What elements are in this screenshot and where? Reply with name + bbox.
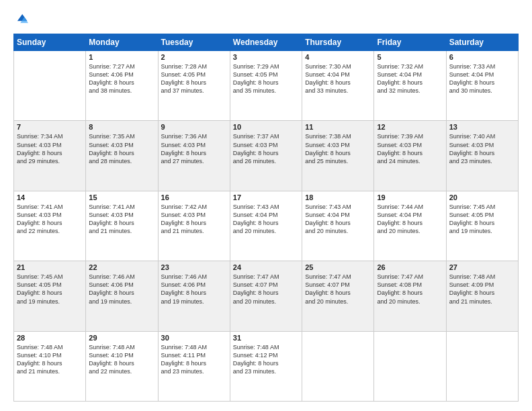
calendar-cell: 5Sunrise: 7:32 AM Sunset: 4:04 PM Daylig… [374, 51, 446, 121]
calendar-week-row: 21Sunrise: 7:45 AM Sunset: 4:05 PM Dayli… [14, 261, 519, 331]
calendar-cell [302, 331, 374, 401]
weekday-header-monday: Monday [86, 34, 158, 51]
day-info: Sunrise: 7:36 AM Sunset: 4:03 PM Dayligh… [161, 132, 227, 165]
day-number: 1 [89, 53, 154, 61]
day-info: Sunrise: 7:40 AM Sunset: 4:03 PM Dayligh… [449, 132, 515, 165]
day-info: Sunrise: 7:38 AM Sunset: 4:03 PM Dayligh… [305, 132, 371, 165]
day-number: 29 [89, 334, 154, 342]
day-info: Sunrise: 7:29 AM Sunset: 4:05 PM Dayligh… [233, 62, 299, 95]
calendar-cell: 31Sunrise: 7:48 AM Sunset: 4:12 PM Dayli… [230, 331, 302, 401]
day-number: 20 [449, 193, 515, 201]
day-number: 21 [17, 263, 83, 271]
day-number: 12 [377, 123, 443, 131]
weekday-header-friday: Friday [374, 34, 446, 51]
day-number: 22 [89, 263, 154, 271]
day-number: 28 [17, 334, 83, 342]
day-number: 4 [305, 53, 371, 61]
day-info: Sunrise: 7:45 AM Sunset: 4:05 PM Dayligh… [17, 273, 83, 306]
day-info: Sunrise: 7:47 AM Sunset: 4:07 PM Dayligh… [305, 273, 371, 306]
calendar-cell: 29Sunrise: 7:48 AM Sunset: 4:10 PM Dayli… [86, 331, 158, 401]
day-number: 18 [305, 193, 371, 201]
day-number: 2 [161, 53, 227, 61]
day-info: Sunrise: 7:43 AM Sunset: 4:04 PM Dayligh… [305, 203, 371, 236]
weekday-header-row: SundayMondayTuesdayWednesdayThursdayFrid… [14, 34, 519, 51]
day-info: Sunrise: 7:48 AM Sunset: 4:11 PM Dayligh… [161, 343, 227, 376]
calendar-cell: 23Sunrise: 7:46 AM Sunset: 4:06 PM Dayli… [158, 261, 230, 331]
calendar-cell: 2Sunrise: 7:28 AM Sunset: 4:05 PM Daylig… [158, 51, 230, 121]
calendar-week-row: 28Sunrise: 7:48 AM Sunset: 4:10 PM Dayli… [14, 331, 519, 401]
day-info: Sunrise: 7:41 AM Sunset: 4:03 PM Dayligh… [89, 203, 154, 236]
day-number: 14 [17, 193, 83, 201]
day-info: Sunrise: 7:27 AM Sunset: 4:06 PM Dayligh… [89, 62, 154, 95]
day-info: Sunrise: 7:34 AM Sunset: 4:03 PM Dayligh… [17, 132, 83, 165]
calendar-cell: 14Sunrise: 7:41 AM Sunset: 4:03 PM Dayli… [14, 191, 86, 261]
weekday-header-tuesday: Tuesday [158, 34, 230, 51]
calendar-cell: 13Sunrise: 7:40 AM Sunset: 4:03 PM Dayli… [446, 121, 518, 191]
calendar-cell: 10Sunrise: 7:37 AM Sunset: 4:03 PM Dayli… [230, 121, 302, 191]
day-info: Sunrise: 7:33 AM Sunset: 4:04 PM Dayligh… [449, 62, 515, 95]
day-info: Sunrise: 7:30 AM Sunset: 4:04 PM Dayligh… [305, 62, 371, 95]
day-number: 30 [161, 334, 227, 342]
calendar-cell: 1Sunrise: 7:27 AM Sunset: 4:06 PM Daylig… [86, 51, 158, 121]
weekday-header-wednesday: Wednesday [230, 34, 302, 51]
calendar-cell: 27Sunrise: 7:48 AM Sunset: 4:09 PM Dayli… [446, 261, 518, 331]
calendar-cell: 26Sunrise: 7:47 AM Sunset: 4:08 PM Dayli… [374, 261, 446, 331]
day-number: 17 [233, 193, 299, 201]
calendar-table: SundayMondayTuesdayWednesdayThursdayFrid… [13, 34, 519, 402]
calendar-cell: 25Sunrise: 7:47 AM Sunset: 4:07 PM Dayli… [302, 261, 374, 331]
weekday-header-sunday: Sunday [14, 34, 86, 51]
day-info: Sunrise: 7:47 AM Sunset: 4:07 PM Dayligh… [233, 273, 299, 306]
day-number: 25 [305, 263, 371, 271]
calendar-cell: 19Sunrise: 7:44 AM Sunset: 4:04 PM Dayli… [374, 191, 446, 261]
day-info: Sunrise: 7:46 AM Sunset: 4:06 PM Dayligh… [161, 273, 227, 306]
header [13, 12, 519, 27]
logo [13, 12, 31, 27]
calendar-cell: 4Sunrise: 7:30 AM Sunset: 4:04 PM Daylig… [302, 51, 374, 121]
day-number: 31 [233, 334, 299, 342]
calendar-cell: 17Sunrise: 7:43 AM Sunset: 4:04 PM Dayli… [230, 191, 302, 261]
day-number: 5 [377, 53, 443, 61]
day-number: 16 [161, 193, 227, 201]
page: SundayMondayTuesdayWednesdayThursdayFrid… [0, 0, 532, 411]
calendar-cell: 28Sunrise: 7:48 AM Sunset: 4:10 PM Dayli… [14, 331, 86, 401]
day-number: 27 [449, 263, 515, 271]
day-number: 10 [233, 123, 299, 131]
calendar-cell: 6Sunrise: 7:33 AM Sunset: 4:04 PM Daylig… [446, 51, 518, 121]
calendar-cell: 15Sunrise: 7:41 AM Sunset: 4:03 PM Dayli… [86, 191, 158, 261]
day-info: Sunrise: 7:47 AM Sunset: 4:08 PM Dayligh… [377, 273, 443, 306]
day-info: Sunrise: 7:44 AM Sunset: 4:04 PM Dayligh… [377, 203, 443, 236]
calendar-cell: 21Sunrise: 7:45 AM Sunset: 4:05 PM Dayli… [14, 261, 86, 331]
logo-icon [13, 12, 28, 27]
calendar-cell: 16Sunrise: 7:42 AM Sunset: 4:03 PM Dayli… [158, 191, 230, 261]
calendar-cell: 30Sunrise: 7:48 AM Sunset: 4:11 PM Dayli… [158, 331, 230, 401]
calendar-cell: 24Sunrise: 7:47 AM Sunset: 4:07 PM Dayli… [230, 261, 302, 331]
day-info: Sunrise: 7:46 AM Sunset: 4:06 PM Dayligh… [89, 273, 154, 306]
day-info: Sunrise: 7:28 AM Sunset: 4:05 PM Dayligh… [161, 62, 227, 95]
day-number: 7 [17, 123, 83, 131]
day-number: 9 [161, 123, 227, 131]
calendar-cell [446, 331, 518, 401]
day-number: 19 [377, 193, 443, 201]
weekday-header-saturday: Saturday [446, 34, 518, 51]
calendar-cell: 11Sunrise: 7:38 AM Sunset: 4:03 PM Dayli… [302, 121, 374, 191]
day-number: 8 [89, 123, 154, 131]
calendar-cell: 8Sunrise: 7:35 AM Sunset: 4:03 PM Daylig… [86, 121, 158, 191]
calendar-cell [374, 331, 446, 401]
calendar-cell: 20Sunrise: 7:45 AM Sunset: 4:05 PM Dayli… [446, 191, 518, 261]
day-number: 13 [449, 123, 515, 131]
day-number: 6 [449, 53, 515, 61]
calendar-cell: 22Sunrise: 7:46 AM Sunset: 4:06 PM Dayli… [86, 261, 158, 331]
calendar-cell: 12Sunrise: 7:39 AM Sunset: 4:03 PM Dayli… [374, 121, 446, 191]
day-info: Sunrise: 7:48 AM Sunset: 4:12 PM Dayligh… [233, 343, 299, 376]
weekday-header-thursday: Thursday [302, 34, 374, 51]
day-info: Sunrise: 7:42 AM Sunset: 4:03 PM Dayligh… [161, 203, 227, 236]
calendar-week-row: 14Sunrise: 7:41 AM Sunset: 4:03 PM Dayli… [14, 191, 519, 261]
day-number: 24 [233, 263, 299, 271]
day-info: Sunrise: 7:48 AM Sunset: 4:09 PM Dayligh… [449, 273, 515, 306]
day-info: Sunrise: 7:39 AM Sunset: 4:03 PM Dayligh… [377, 132, 443, 165]
day-number: 23 [161, 263, 227, 271]
calendar-cell: 9Sunrise: 7:36 AM Sunset: 4:03 PM Daylig… [158, 121, 230, 191]
day-info: Sunrise: 7:35 AM Sunset: 4:03 PM Dayligh… [89, 132, 154, 165]
calendar-cell: 3Sunrise: 7:29 AM Sunset: 4:05 PM Daylig… [230, 51, 302, 121]
calendar-cell: 7Sunrise: 7:34 AM Sunset: 4:03 PM Daylig… [14, 121, 86, 191]
